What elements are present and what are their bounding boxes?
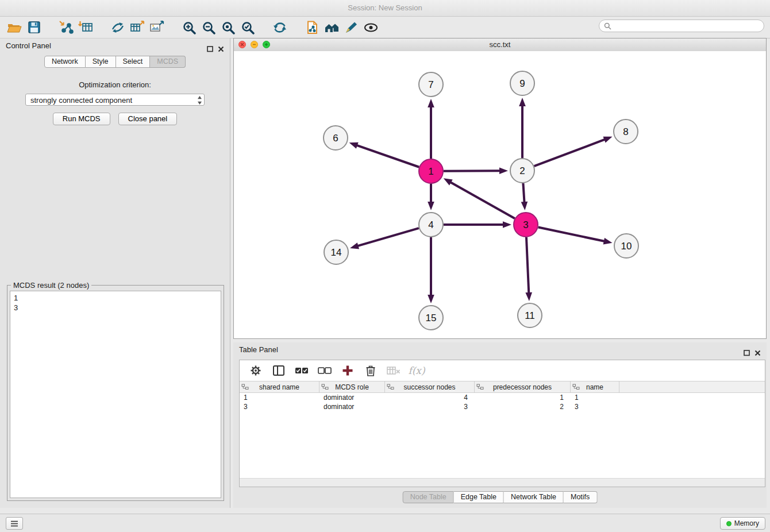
open-folder-icon[interactable] xyxy=(5,18,24,37)
control-panel-tabs: NetworkStyleSelectMCDS xyxy=(0,56,230,68)
table-toolbar: f(x) xyxy=(240,360,765,381)
status-menu-button[interactable] xyxy=(6,517,23,530)
import-table-icon[interactable] xyxy=(76,18,95,37)
search-input[interactable] xyxy=(614,21,759,31)
fx-label: f(x) xyxy=(408,365,425,376)
tab-motifs[interactable]: Motifs xyxy=(564,491,597,503)
edge-arrowhead-4-14 xyxy=(350,242,359,249)
unselect-all-icon[interactable] xyxy=(314,362,335,379)
close-panel-button[interactable]: Close panel xyxy=(118,113,178,125)
graph-node-8[interactable]: 8 xyxy=(614,119,638,144)
style-brush-icon[interactable] xyxy=(341,18,361,37)
zoom-selected-icon[interactable] xyxy=(238,18,257,37)
table-cell[interactable]: 3 xyxy=(385,402,475,411)
graph-node-2[interactable]: 2 xyxy=(510,159,534,183)
table-row[interactable]: 3dominator323 xyxy=(240,402,765,411)
graph-node-4[interactable]: 4 xyxy=(419,213,443,237)
column-tree-icon xyxy=(241,384,249,392)
tab-network[interactable]: Network xyxy=(44,56,86,68)
table-cell[interactable]: 2 xyxy=(475,402,571,411)
memory-label: Memory xyxy=(734,519,759,527)
column-header-name[interactable]: name xyxy=(571,381,619,392)
zoom-window-icon[interactable] xyxy=(263,41,270,48)
tab-node-table[interactable]: Node Table xyxy=(403,491,454,503)
export-image-icon[interactable] xyxy=(147,18,167,37)
zoom-out-icon[interactable] xyxy=(199,18,218,37)
column-label: predecessor nodes xyxy=(493,383,552,391)
import-network-icon[interactable] xyxy=(56,18,76,37)
network-graph[interactable]: 7968124314101511 xyxy=(234,51,766,338)
node-label-14: 14 xyxy=(331,247,342,258)
minimize-window-icon[interactable] xyxy=(251,41,258,48)
table-cell[interactable]: 4 xyxy=(385,393,475,402)
zoom-in-icon[interactable] xyxy=(179,18,199,37)
edge-2-8[interactable] xyxy=(534,139,607,167)
table-row[interactable]: 1dominator411 xyxy=(240,393,765,402)
tab-network-table[interactable]: Network Table xyxy=(504,491,564,503)
table-cell[interactable]: 3 xyxy=(571,402,619,411)
network-window-titlebar[interactable]: scc.txt xyxy=(234,38,766,52)
criterion-select[interactable]: strongly connected component xyxy=(25,94,205,106)
tab-select[interactable]: Select xyxy=(116,56,151,68)
add-column-icon[interactable] xyxy=(337,362,358,379)
tab-mcds[interactable]: MCDS xyxy=(150,56,186,68)
graph-node-14[interactable]: 14 xyxy=(324,240,348,264)
graph-node-9[interactable]: 9 xyxy=(510,71,534,95)
graph-node-15[interactable]: 15 xyxy=(419,306,443,330)
table-cell[interactable]: 1 xyxy=(240,393,319,402)
node-label-8: 8 xyxy=(623,126,628,137)
new-network-icon[interactable] xyxy=(108,18,128,37)
close-panel-icon[interactable] xyxy=(218,43,224,57)
network-clipboard-icon[interactable] xyxy=(302,18,322,37)
edge-4-14[interactable] xyxy=(356,228,419,246)
save-icon[interactable] xyxy=(24,18,44,37)
search-box[interactable] xyxy=(599,20,764,32)
table-cell[interactable]: dominator xyxy=(319,393,385,402)
float-panel-icon[interactable] xyxy=(207,43,213,57)
column-header-predecessor-nodes[interactable]: predecessor nodes xyxy=(475,381,571,392)
tab-edge-table[interactable]: Edge Table xyxy=(454,491,504,503)
node-label-4: 4 xyxy=(428,219,433,230)
control-panel-title: Control Panel xyxy=(6,41,51,50)
columns-layout-icon[interactable] xyxy=(268,362,289,379)
graph-node-6[interactable]: 6 xyxy=(324,126,348,150)
table-cell[interactable]: 1 xyxy=(571,393,619,402)
graph-node-11[interactable]: 11 xyxy=(518,303,542,327)
graph-node-1[interactable]: 1 xyxy=(419,159,443,183)
table-header-row: shared nameMCDS rolesuccessor nodesprede… xyxy=(240,381,765,393)
graph-node-3[interactable]: 3 xyxy=(514,213,538,237)
column-header-shared-name[interactable]: shared name xyxy=(240,381,319,392)
graph-node-7[interactable]: 7 xyxy=(419,72,443,97)
function-builder-icon[interactable]: f(x) xyxy=(406,362,427,379)
show-hide-eye-icon[interactable] xyxy=(361,18,380,37)
edge-3-10[interactable] xyxy=(538,228,606,242)
edge-3-11[interactable] xyxy=(526,237,529,295)
delete-column-icon[interactable] xyxy=(360,362,381,379)
home-icon[interactable] xyxy=(322,18,341,37)
close-window-icon[interactable] xyxy=(238,41,246,48)
column-header-mcds-role[interactable]: MCDS role xyxy=(319,381,385,392)
refresh-icon[interactable] xyxy=(270,18,290,37)
edge-3-1[interactable] xyxy=(449,182,514,219)
select-all-icon[interactable] xyxy=(291,362,312,379)
network-canvas[interactable]: 7968124314101511 xyxy=(234,51,766,338)
settings-gear-icon[interactable] xyxy=(245,362,266,379)
column-header-successor-nodes[interactable]: successor nodes xyxy=(385,381,475,392)
table-cell[interactable]: dominator xyxy=(319,402,385,411)
table-cell[interactable]: 3 xyxy=(240,402,319,411)
edge-1-6[interactable] xyxy=(355,145,419,167)
column-label: MCDS role xyxy=(335,383,369,391)
zoom-fit-icon[interactable] xyxy=(218,18,238,37)
tab-style[interactable]: Style xyxy=(86,56,116,68)
edge-1-2[interactable] xyxy=(444,171,502,171)
run-mcds-button[interactable]: Run MCDS xyxy=(53,113,110,125)
delete-table-icon[interactable] xyxy=(383,362,404,379)
memory-button[interactable]: Memory xyxy=(720,517,765,530)
graph-node-10[interactable]: 10 xyxy=(614,234,638,258)
edge-2-3[interactable] xyxy=(523,183,524,204)
node-label-9: 9 xyxy=(519,78,525,89)
export-table-icon[interactable] xyxy=(128,18,147,37)
edge-arrowhead-1-2 xyxy=(499,167,508,174)
titlebar: Session: New Session xyxy=(0,0,770,17)
table-cell[interactable]: 1 xyxy=(475,393,571,402)
